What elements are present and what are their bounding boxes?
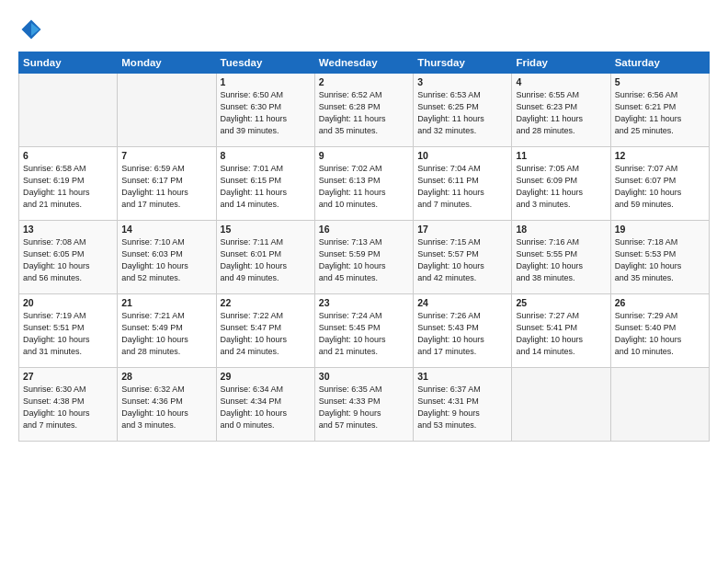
calendar-cell: 15Sunrise: 7:11 AM Sunset: 6:01 PM Dayli… <box>216 221 314 294</box>
calendar-cell: 28Sunrise: 6:32 AM Sunset: 4:36 PM Dayli… <box>118 368 216 442</box>
day-info: Sunrise: 6:53 AM Sunset: 6:25 PM Dayligh… <box>417 89 507 137</box>
calendar-cell: 30Sunrise: 6:35 AM Sunset: 4:33 PM Dayli… <box>314 368 413 442</box>
day-info: Sunrise: 6:59 AM Sunset: 6:17 PM Dayligh… <box>121 163 211 211</box>
calendar-cell: 12Sunrise: 7:07 AM Sunset: 6:07 PM Dayli… <box>610 147 709 221</box>
calendar-cell: 7Sunrise: 6:59 AM Sunset: 6:17 PM Daylig… <box>118 147 216 221</box>
col-header-friday: Friday <box>512 52 610 74</box>
page: SundayMondayTuesdayWednesdayThursdayFrid… <box>0 0 728 563</box>
day-number: 9 <box>319 150 409 161</box>
calendar-cell: 22Sunrise: 7:22 AM Sunset: 5:47 PM Dayli… <box>216 294 314 368</box>
calendar-cell: 13Sunrise: 7:08 AM Sunset: 6:05 PM Dayli… <box>19 221 118 294</box>
calendar-cell: 21Sunrise: 7:21 AM Sunset: 5:49 PM Dayli… <box>118 294 216 368</box>
day-info: Sunrise: 6:52 AM Sunset: 6:28 PM Dayligh… <box>319 89 409 137</box>
calendar-cell <box>512 368 610 442</box>
day-info: Sunrise: 6:34 AM Sunset: 4:34 PM Dayligh… <box>221 384 311 431</box>
day-number: 8 <box>221 150 311 161</box>
day-number: 11 <box>516 150 606 161</box>
day-info: Sunrise: 6:56 AM Sunset: 6:21 PM Dayligh… <box>615 89 705 137</box>
calendar-cell: 9Sunrise: 7:02 AM Sunset: 6:13 PM Daylig… <box>314 147 413 221</box>
day-info: Sunrise: 7:01 AM Sunset: 6:15 PM Dayligh… <box>221 163 311 211</box>
day-info: Sunrise: 7:29 AM Sunset: 5:40 PM Dayligh… <box>615 310 705 358</box>
day-number: 31 <box>417 371 507 382</box>
day-info: Sunrise: 7:13 AM Sunset: 5:59 PM Dayligh… <box>319 236 409 284</box>
calendar-cell: 20Sunrise: 7:19 AM Sunset: 5:51 PM Dayli… <box>19 294 118 368</box>
day-number: 25 <box>516 297 606 308</box>
calendar-cell: 25Sunrise: 7:27 AM Sunset: 5:41 PM Dayli… <box>512 294 610 368</box>
calendar-cell: 8Sunrise: 7:01 AM Sunset: 6:15 PM Daylig… <box>216 147 314 221</box>
calendar-cell: 27Sunrise: 6:30 AM Sunset: 4:38 PM Dayli… <box>19 368 118 442</box>
week-row-2: 6Sunrise: 6:58 AM Sunset: 6:19 PM Daylig… <box>19 147 710 221</box>
calendar-cell: 3Sunrise: 6:53 AM Sunset: 6:25 PM Daylig… <box>414 74 512 147</box>
day-number: 29 <box>221 371 311 382</box>
day-info: Sunrise: 7:22 AM Sunset: 5:47 PM Dayligh… <box>221 310 311 358</box>
day-number: 22 <box>221 297 311 308</box>
day-number: 27 <box>23 371 113 382</box>
day-number: 10 <box>417 150 507 161</box>
calendar-cell: 29Sunrise: 6:34 AM Sunset: 4:34 PM Dayli… <box>216 368 314 442</box>
day-info: Sunrise: 7:04 AM Sunset: 6:11 PM Dayligh… <box>417 163 507 211</box>
day-number: 18 <box>516 224 606 235</box>
col-header-thursday: Thursday <box>414 52 512 74</box>
day-info: Sunrise: 7:18 AM Sunset: 5:53 PM Dayligh… <box>615 236 705 284</box>
day-info: Sunrise: 7:07 AM Sunset: 6:07 PM Dayligh… <box>615 163 705 211</box>
calendar-cell: 19Sunrise: 7:18 AM Sunset: 5:53 PM Dayli… <box>610 221 709 294</box>
calendar-cell: 1Sunrise: 6:50 AM Sunset: 6:30 PM Daylig… <box>216 74 314 147</box>
day-number: 4 <box>516 76 606 87</box>
col-header-sunday: Sunday <box>19 52 118 74</box>
calendar-cell: 10Sunrise: 7:04 AM Sunset: 6:11 PM Dayli… <box>414 147 512 221</box>
day-info: Sunrise: 7:15 AM Sunset: 5:57 PM Dayligh… <box>417 236 507 284</box>
calendar-table: SundayMondayTuesdayWednesdayThursdayFrid… <box>18 52 710 442</box>
calendar-cell: 18Sunrise: 7:16 AM Sunset: 5:55 PM Dayli… <box>512 221 610 294</box>
day-info: Sunrise: 7:02 AM Sunset: 6:13 PM Dayligh… <box>319 163 409 211</box>
logo <box>18 17 48 42</box>
day-info: Sunrise: 6:58 AM Sunset: 6:19 PM Dayligh… <box>23 163 113 211</box>
col-header-monday: Monday <box>118 52 216 74</box>
week-row-3: 13Sunrise: 7:08 AM Sunset: 6:05 PM Dayli… <box>19 221 710 294</box>
day-number: 19 <box>615 224 705 235</box>
day-number: 20 <box>23 297 113 308</box>
day-number: 16 <box>319 224 409 235</box>
day-info: Sunrise: 7:16 AM Sunset: 5:55 PM Dayligh… <box>516 236 606 284</box>
day-info: Sunrise: 6:30 AM Sunset: 4:38 PM Dayligh… <box>23 384 113 431</box>
day-info: Sunrise: 7:24 AM Sunset: 5:45 PM Dayligh… <box>319 310 409 358</box>
day-number: 6 <box>23 150 113 161</box>
day-number: 14 <box>121 224 211 235</box>
day-number: 13 <box>23 224 113 235</box>
day-number: 2 <box>319 76 409 87</box>
calendar-cell: 6Sunrise: 6:58 AM Sunset: 6:19 PM Daylig… <box>19 147 118 221</box>
day-number: 12 <box>615 150 705 161</box>
calendar-cell: 17Sunrise: 7:15 AM Sunset: 5:57 PM Dayli… <box>414 221 512 294</box>
day-info: Sunrise: 7:08 AM Sunset: 6:05 PM Dayligh… <box>23 236 113 284</box>
day-number: 5 <box>615 76 705 87</box>
day-info: Sunrise: 7:11 AM Sunset: 6:01 PM Dayligh… <box>221 236 311 284</box>
day-number: 24 <box>417 297 507 308</box>
col-header-wednesday: Wednesday <box>314 52 413 74</box>
header-row: SundayMondayTuesdayWednesdayThursdayFrid… <box>19 52 710 74</box>
calendar-cell: 11Sunrise: 7:05 AM Sunset: 6:09 PM Dayli… <box>512 147 610 221</box>
day-info: Sunrise: 7:21 AM Sunset: 5:49 PM Dayligh… <box>121 310 211 358</box>
calendar-cell: 31Sunrise: 6:37 AM Sunset: 4:31 PM Dayli… <box>414 368 512 442</box>
day-number: 17 <box>417 224 507 235</box>
day-info: Sunrise: 6:35 AM Sunset: 4:33 PM Dayligh… <box>319 384 409 431</box>
calendar-cell: 16Sunrise: 7:13 AM Sunset: 5:59 PM Dayli… <box>314 221 413 294</box>
day-info: Sunrise: 7:19 AM Sunset: 5:51 PM Dayligh… <box>23 310 113 358</box>
day-info: Sunrise: 6:50 AM Sunset: 6:30 PM Dayligh… <box>221 89 311 137</box>
logo-icon <box>18 17 44 42</box>
calendar-cell <box>610 368 709 442</box>
header <box>18 17 710 42</box>
day-number: 26 <box>615 297 705 308</box>
day-info: Sunrise: 7:27 AM Sunset: 5:41 PM Dayligh… <box>516 310 606 358</box>
calendar-cell: 24Sunrise: 7:26 AM Sunset: 5:43 PM Dayli… <box>414 294 512 368</box>
day-info: Sunrise: 6:37 AM Sunset: 4:31 PM Dayligh… <box>417 384 507 431</box>
calendar-cell: 14Sunrise: 7:10 AM Sunset: 6:03 PM Dayli… <box>118 221 216 294</box>
day-number: 21 <box>121 297 211 308</box>
day-number: 23 <box>319 297 409 308</box>
col-header-tuesday: Tuesday <box>216 52 314 74</box>
calendar-cell <box>118 74 216 147</box>
day-number: 1 <box>221 76 311 87</box>
calendar-cell: 2Sunrise: 6:52 AM Sunset: 6:28 PM Daylig… <box>314 74 413 147</box>
day-info: Sunrise: 6:55 AM Sunset: 6:23 PM Dayligh… <box>516 89 606 137</box>
week-row-5: 27Sunrise: 6:30 AM Sunset: 4:38 PM Dayli… <box>19 368 710 442</box>
day-number: 28 <box>121 371 211 382</box>
week-row-1: 1Sunrise: 6:50 AM Sunset: 6:30 PM Daylig… <box>19 74 710 147</box>
